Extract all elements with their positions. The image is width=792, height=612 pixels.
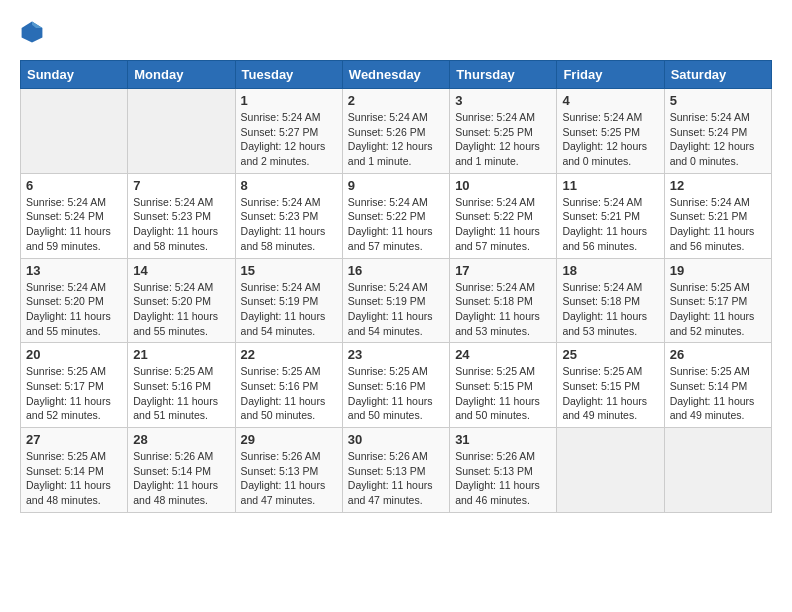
day-of-week-header: Sunday xyxy=(21,61,128,89)
day-info: Sunrise: 5:25 AM Sunset: 5:16 PM Dayligh… xyxy=(241,364,337,423)
day-info: Sunrise: 5:26 AM Sunset: 5:13 PM Dayligh… xyxy=(348,449,444,508)
day-number: 23 xyxy=(348,347,444,362)
day-info: Sunrise: 5:24 AM Sunset: 5:21 PM Dayligh… xyxy=(670,195,766,254)
day-number: 19 xyxy=(670,263,766,278)
day-number: 25 xyxy=(562,347,658,362)
day-info: Sunrise: 5:24 AM Sunset: 5:18 PM Dayligh… xyxy=(455,280,551,339)
day-number: 13 xyxy=(26,263,122,278)
day-info: Sunrise: 5:26 AM Sunset: 5:13 PM Dayligh… xyxy=(241,449,337,508)
day-info: Sunrise: 5:24 AM Sunset: 5:23 PM Dayligh… xyxy=(241,195,337,254)
day-info: Sunrise: 5:24 AM Sunset: 5:24 PM Dayligh… xyxy=(670,110,766,169)
day-info: Sunrise: 5:26 AM Sunset: 5:13 PM Dayligh… xyxy=(455,449,551,508)
calendar-day-cell: 8Sunrise: 5:24 AM Sunset: 5:23 PM Daylig… xyxy=(235,173,342,258)
day-number: 28 xyxy=(133,432,229,447)
calendar-day-cell: 18Sunrise: 5:24 AM Sunset: 5:18 PM Dayli… xyxy=(557,258,664,343)
day-number: 2 xyxy=(348,93,444,108)
calendar-day-cell: 23Sunrise: 5:25 AM Sunset: 5:16 PM Dayli… xyxy=(342,343,449,428)
calendar-day-cell: 4Sunrise: 5:24 AM Sunset: 5:25 PM Daylig… xyxy=(557,89,664,174)
day-number: 31 xyxy=(455,432,551,447)
day-number: 15 xyxy=(241,263,337,278)
day-info: Sunrise: 5:25 AM Sunset: 5:15 PM Dayligh… xyxy=(455,364,551,423)
day-number: 14 xyxy=(133,263,229,278)
page-header xyxy=(20,20,772,44)
day-info: Sunrise: 5:24 AM Sunset: 5:22 PM Dayligh… xyxy=(348,195,444,254)
calendar-day-cell: 7Sunrise: 5:24 AM Sunset: 5:23 PM Daylig… xyxy=(128,173,235,258)
day-number: 20 xyxy=(26,347,122,362)
calendar-week-row: 13Sunrise: 5:24 AM Sunset: 5:20 PM Dayli… xyxy=(21,258,772,343)
calendar-day-cell: 6Sunrise: 5:24 AM Sunset: 5:24 PM Daylig… xyxy=(21,173,128,258)
day-info: Sunrise: 5:24 AM Sunset: 5:20 PM Dayligh… xyxy=(133,280,229,339)
calendar-day-cell: 22Sunrise: 5:25 AM Sunset: 5:16 PM Dayli… xyxy=(235,343,342,428)
day-info: Sunrise: 5:24 AM Sunset: 5:26 PM Dayligh… xyxy=(348,110,444,169)
day-number: 10 xyxy=(455,178,551,193)
day-info: Sunrise: 5:25 AM Sunset: 5:16 PM Dayligh… xyxy=(133,364,229,423)
calendar-day-cell: 11Sunrise: 5:24 AM Sunset: 5:21 PM Dayli… xyxy=(557,173,664,258)
calendar-day-cell: 19Sunrise: 5:25 AM Sunset: 5:17 PM Dayli… xyxy=(664,258,771,343)
calendar-day-cell: 2Sunrise: 5:24 AM Sunset: 5:26 PM Daylig… xyxy=(342,89,449,174)
day-of-week-header: Friday xyxy=(557,61,664,89)
calendar-day-cell: 15Sunrise: 5:24 AM Sunset: 5:19 PM Dayli… xyxy=(235,258,342,343)
day-info: Sunrise: 5:24 AM Sunset: 5:20 PM Dayligh… xyxy=(26,280,122,339)
logo-icon xyxy=(20,20,44,44)
calendar-day-cell: 13Sunrise: 5:24 AM Sunset: 5:20 PM Dayli… xyxy=(21,258,128,343)
day-number: 5 xyxy=(670,93,766,108)
day-of-week-header: Thursday xyxy=(450,61,557,89)
day-number: 30 xyxy=(348,432,444,447)
calendar-day-cell: 3Sunrise: 5:24 AM Sunset: 5:25 PM Daylig… xyxy=(450,89,557,174)
calendar-week-row: 20Sunrise: 5:25 AM Sunset: 5:17 PM Dayli… xyxy=(21,343,772,428)
calendar-day-cell: 29Sunrise: 5:26 AM Sunset: 5:13 PM Dayli… xyxy=(235,428,342,513)
day-info: Sunrise: 5:25 AM Sunset: 5:17 PM Dayligh… xyxy=(670,280,766,339)
day-number: 24 xyxy=(455,347,551,362)
day-number: 9 xyxy=(348,178,444,193)
day-of-week-header: Tuesday xyxy=(235,61,342,89)
calendar-week-row: 27Sunrise: 5:25 AM Sunset: 5:14 PM Dayli… xyxy=(21,428,772,513)
calendar-table: SundayMondayTuesdayWednesdayThursdayFrid… xyxy=(20,60,772,513)
day-info: Sunrise: 5:24 AM Sunset: 5:18 PM Dayligh… xyxy=(562,280,658,339)
day-info: Sunrise: 5:25 AM Sunset: 5:17 PM Dayligh… xyxy=(26,364,122,423)
day-of-week-header: Monday xyxy=(128,61,235,89)
day-info: Sunrise: 5:25 AM Sunset: 5:16 PM Dayligh… xyxy=(348,364,444,423)
calendar-day-cell: 17Sunrise: 5:24 AM Sunset: 5:18 PM Dayli… xyxy=(450,258,557,343)
calendar-day-cell xyxy=(557,428,664,513)
calendar-day-cell: 31Sunrise: 5:26 AM Sunset: 5:13 PM Dayli… xyxy=(450,428,557,513)
day-number: 18 xyxy=(562,263,658,278)
day-number: 27 xyxy=(26,432,122,447)
calendar-day-cell: 27Sunrise: 5:25 AM Sunset: 5:14 PM Dayli… xyxy=(21,428,128,513)
day-info: Sunrise: 5:24 AM Sunset: 5:19 PM Dayligh… xyxy=(348,280,444,339)
day-number: 1 xyxy=(241,93,337,108)
calendar-day-cell: 24Sunrise: 5:25 AM Sunset: 5:15 PM Dayli… xyxy=(450,343,557,428)
calendar-day-cell xyxy=(128,89,235,174)
day-number: 16 xyxy=(348,263,444,278)
day-info: Sunrise: 5:24 AM Sunset: 5:23 PM Dayligh… xyxy=(133,195,229,254)
calendar-day-cell: 12Sunrise: 5:24 AM Sunset: 5:21 PM Dayli… xyxy=(664,173,771,258)
calendar-day-cell: 25Sunrise: 5:25 AM Sunset: 5:15 PM Dayli… xyxy=(557,343,664,428)
day-info: Sunrise: 5:24 AM Sunset: 5:25 PM Dayligh… xyxy=(455,110,551,169)
calendar-day-cell: 5Sunrise: 5:24 AM Sunset: 5:24 PM Daylig… xyxy=(664,89,771,174)
calendar-day-cell: 14Sunrise: 5:24 AM Sunset: 5:20 PM Dayli… xyxy=(128,258,235,343)
day-info: Sunrise: 5:24 AM Sunset: 5:19 PM Dayligh… xyxy=(241,280,337,339)
day-info: Sunrise: 5:24 AM Sunset: 5:24 PM Dayligh… xyxy=(26,195,122,254)
calendar-week-row: 6Sunrise: 5:24 AM Sunset: 5:24 PM Daylig… xyxy=(21,173,772,258)
day-number: 7 xyxy=(133,178,229,193)
calendar-day-cell: 28Sunrise: 5:26 AM Sunset: 5:14 PM Dayli… xyxy=(128,428,235,513)
day-of-week-header: Wednesday xyxy=(342,61,449,89)
day-info: Sunrise: 5:25 AM Sunset: 5:15 PM Dayligh… xyxy=(562,364,658,423)
day-info: Sunrise: 5:24 AM Sunset: 5:22 PM Dayligh… xyxy=(455,195,551,254)
day-number: 21 xyxy=(133,347,229,362)
day-info: Sunrise: 5:24 AM Sunset: 5:25 PM Dayligh… xyxy=(562,110,658,169)
day-number: 6 xyxy=(26,178,122,193)
calendar-day-cell xyxy=(664,428,771,513)
calendar-header-row: SundayMondayTuesdayWednesdayThursdayFrid… xyxy=(21,61,772,89)
day-number: 3 xyxy=(455,93,551,108)
day-number: 22 xyxy=(241,347,337,362)
day-number: 29 xyxy=(241,432,337,447)
calendar-day-cell: 20Sunrise: 5:25 AM Sunset: 5:17 PM Dayli… xyxy=(21,343,128,428)
calendar-day-cell xyxy=(21,89,128,174)
calendar-day-cell: 21Sunrise: 5:25 AM Sunset: 5:16 PM Dayli… xyxy=(128,343,235,428)
day-number: 17 xyxy=(455,263,551,278)
day-info: Sunrise: 5:24 AM Sunset: 5:21 PM Dayligh… xyxy=(562,195,658,254)
calendar-day-cell: 1Sunrise: 5:24 AM Sunset: 5:27 PM Daylig… xyxy=(235,89,342,174)
day-number: 11 xyxy=(562,178,658,193)
logo xyxy=(20,20,48,44)
day-number: 26 xyxy=(670,347,766,362)
